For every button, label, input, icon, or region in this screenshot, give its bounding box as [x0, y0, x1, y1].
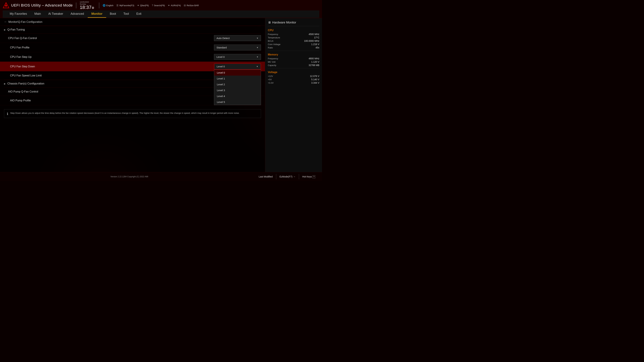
cpu-fan-profile-value: Standard: [216, 46, 227, 49]
sidebar-volt-5v: +5V 5.140 V: [268, 78, 319, 81]
hotkeys-icon: ?: [312, 175, 315, 178]
shortcut-language[interactable]: 🌐 English: [103, 4, 114, 7]
dropdown-arrow-icon: ▼: [256, 37, 258, 39]
sidebar-volt-12v: +12V 12.076 V: [268, 75, 319, 77]
cpu-fan-step-up-dropdown-wrapper: Level 0 ▼: [214, 54, 261, 60]
sidebar-mem-mcvolt: MC Volt 1.120 V: [268, 60, 319, 63]
shortcut-resizebar[interactable]: ⊟ ReSize BAR: [184, 4, 199, 7]
rog-logo: [3, 2, 10, 9]
cpu-fan-step-down-dropdown-wrapper: Level 0 ▼ Level 0 Level 1 Level 2 Level …: [214, 63, 261, 69]
breadcrumb-path: Monitor\Q-Fan Configuration: [8, 20, 42, 23]
cpu-fan-step-up-value: Level 0: [216, 55, 224, 58]
cpu-fan-step-down-label: CPU Fan Step Down: [10, 65, 214, 68]
cpu-fan-profile-dropdown[interactable]: Standard ▼: [214, 44, 261, 50]
monitor-icon: 🖥: [268, 21, 271, 24]
shortcut-aura[interactable]: ✦ AURA(F4): [168, 4, 181, 7]
globe-icon: 🌐: [103, 4, 106, 7]
cpu-fan-qfan-value: Auto Detect: [216, 37, 230, 39]
section-chassis-label: Chassis Fan(s) Configuration: [8, 82, 44, 85]
search-icon: ?: [152, 4, 153, 7]
setting-cpu-fan-step-up: CPU Fan Step Up Level 0 ▼: [0, 52, 265, 62]
sidebar: 🖥 Hardware Monitor CPU Frequency 4500 MH…: [265, 18, 322, 172]
info-text: Step Down allows you to adjust the time …: [10, 111, 240, 115]
cpu-fan-qfan-label: CPU Fan Q-Fan Control: [8, 37, 214, 40]
shortcut-myfavorite[interactable]: ☰ MyFavorite(F3): [116, 4, 134, 7]
nav-tabs: My Favorites Main Ai Tweaker Advanced Mo…: [3, 10, 319, 18]
cpu-fan-speed-low-label: CPU Fan Speed Low Limit: [10, 74, 214, 77]
dropdown-option-level1[interactable]: Level 1: [214, 76, 261, 81]
shortcut-search[interactable]: ? Search(F9): [152, 4, 165, 7]
footer: Version 2.22.1284 Copyright (C) 2022 AMI…: [0, 172, 322, 181]
tab-favorites[interactable]: My Favorites: [6, 10, 31, 18]
header-divider: [76, 2, 76, 8]
sidebar-title: 🖥 Hardware Monitor: [268, 21, 319, 26]
tab-advanced[interactable]: Advanced: [67, 10, 88, 18]
aio-pump-qfan-label: AIO Pump Q-Fan Control: [8, 90, 214, 93]
fan-icon: ✦: [137, 4, 139, 7]
sidebar-cpu-corevolt: Core Voltage 1.216 V: [268, 43, 319, 45]
sidebar-voltage-section: Voltage: [268, 71, 319, 74]
sidebar-cpu-temp: Temperature 17°C: [268, 36, 319, 39]
setting-cpu-fan-step-down: CPU Fan Step Down Level 0 ▼ Level 0 Leve…: [0, 62, 265, 71]
tab-boot[interactable]: Boot: [106, 10, 120, 18]
dropdown-option-level4[interactable]: Level 4: [214, 93, 261, 99]
sidebar-cpu-bclk: BCLK 100.0000 MHz: [268, 39, 319, 42]
sidebar-cpu-section: CPU: [268, 29, 319, 32]
header-date: 12/25/2022 Sunday: [80, 1, 89, 5]
cpu-fan-qfan-dropdown-wrapper: Auto Detect ▼: [214, 35, 261, 41]
sidebar-mem-capacity: Capacity 32768 MB: [268, 64, 319, 66]
last-modified-button[interactable]: Last Modified: [255, 174, 276, 179]
dropdown-arrow-step-down-icon: ▼: [256, 65, 258, 68]
content-area: ← Monitor\Q-Fan Configuration ▶ Q-Fan Tu…: [0, 18, 322, 172]
header: UEFI BIOS Utility – Advanced Mode 12/25/…: [0, 0, 322, 18]
cpu-fan-step-down-menu: Level 0 Level 1 Level 2 Level 3 Level 4 …: [214, 69, 261, 105]
expand-icon-qfan: ▶: [4, 28, 6, 31]
dropdown-option-level2[interactable]: Level 2: [214, 81, 261, 87]
cpu-fan-step-up-dropdown[interactable]: Level 0 ▼: [214, 54, 261, 60]
aio-pump-profile-label: AIO Pump Profile: [10, 99, 214, 102]
sidebar-volt-33v: +3.3V 3.344 V: [268, 81, 319, 84]
bios-title: UEFI BIOS Utility – Advanced Mode: [11, 3, 72, 7]
cpu-fan-qfan-dropdown[interactable]: Auto Detect ▼: [214, 35, 261, 41]
sidebar-memory-section: Memory: [268, 53, 319, 56]
header-datetime: 12/25/2022 Sunday 18:37⚙: [80, 1, 94, 10]
dropdown-option-level3[interactable]: Level 3: [214, 87, 261, 93]
expand-icon-chassis: ▶: [4, 82, 6, 85]
tab-main[interactable]: Main: [31, 10, 44, 18]
breadcrumb[interactable]: ← Monitor\Q-Fan Configuration: [0, 18, 265, 26]
tab-tool[interactable]: Tool: [120, 10, 133, 18]
tab-exit[interactable]: Exit: [133, 10, 145, 18]
section-qfan-label: Q-Fan Tuning: [8, 28, 25, 31]
dropdown-option-level5[interactable]: Level 5: [214, 99, 261, 105]
cpu-fan-profile-label: CPU Fan Profile: [10, 46, 214, 49]
setting-cpu-fan-profile: CPU Fan Profile Standard ▼: [0, 43, 265, 52]
header-top: UEFI BIOS Utility – Advanced Mode 12/25/…: [3, 1, 319, 10]
header-divider-2: [99, 2, 99, 8]
ezmode-button[interactable]: EzMode(F7) →: [276, 174, 299, 179]
info-icon: ℹ: [7, 112, 8, 116]
main-container: UEFI BIOS Utility – Advanced Mode 12/25/…: [0, 0, 322, 181]
tab-ai-tweaker[interactable]: Ai Tweaker: [44, 10, 67, 18]
info-box: ℹ Step Down allows you to adjust the tim…: [4, 109, 261, 118]
dropdown-option-level0[interactable]: Level 0: [214, 70, 261, 76]
header-time: 18:37⚙: [80, 5, 94, 10]
dropdown-arrow-profile-icon: ▼: [256, 46, 258, 49]
header-shortcuts: 🌐 English ☰ MyFavorite(F3) ✦ Qfan(F6) ? …: [103, 4, 319, 7]
footer-copyright: Version 2.22.1284 Copyright (C) 2022 AMI: [3, 175, 255, 178]
shortcut-qfan[interactable]: ✦ Qfan(F6): [137, 4, 149, 7]
svg-point-1: [5, 5, 7, 6]
cpu-fan-step-up-label: CPU Fan Step Up: [10, 55, 214, 58]
back-arrow-icon[interactable]: ←: [4, 20, 7, 24]
tab-monitor[interactable]: Monitor: [88, 10, 106, 18]
cpu-fan-profile-dropdown-wrapper: Standard ▼: [214, 44, 261, 50]
aura-icon: ✦: [168, 4, 170, 7]
sidebar-divider-2: [268, 68, 319, 68]
sidebar-cpu-freq: Frequency 4500 MHz: [268, 33, 319, 35]
hot-keys-button[interactable]: Hot Keys ?: [299, 174, 319, 179]
cpu-fan-step-down-value: Level 0: [217, 65, 225, 68]
cpu-fan-step-down-dropdown[interactable]: Level 0 ▼: [214, 63, 261, 69]
dropdown-arrow-step-up-icon: ▼: [256, 56, 258, 58]
section-qfan-tuning[interactable]: ▶ Q-Fan Tuning: [0, 26, 265, 33]
sidebar-mem-freq: Frequency 4800 MHz: [268, 57, 319, 60]
menu-icon: ☰: [116, 4, 118, 7]
